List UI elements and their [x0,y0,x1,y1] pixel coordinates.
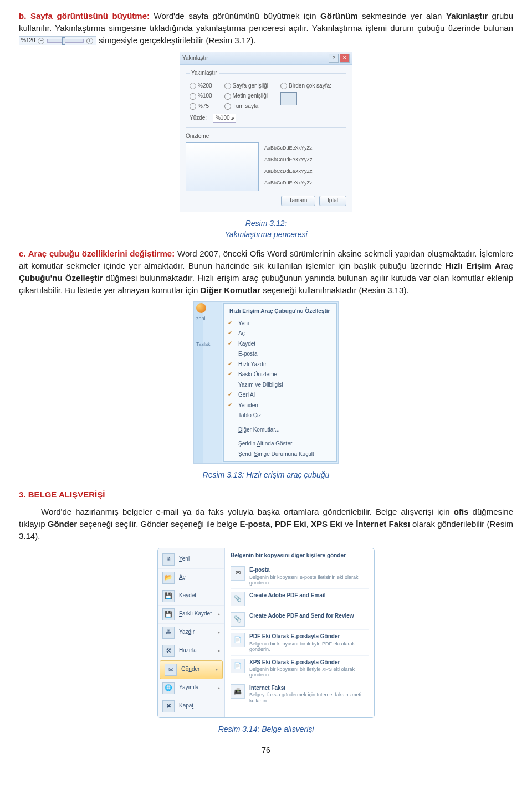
chevron-right-icon: ▸ [218,611,220,618]
mail-icon: ✉ [231,566,245,581]
office-menu-item: 🖶Yazdır▸ [158,624,224,642]
chevron-right-icon: ▸ [218,648,220,654]
office-menu-item: 🗎Yeni [158,551,224,569]
chevron-right-icon: ▸ [216,666,218,673]
radio-icon [224,83,231,89]
send-option: 📠Internet FaksıBelgeyi faksla göndermek … [231,681,369,706]
office-menu-item: 🛠Hazırla▸ [158,642,224,660]
check-icon: ✓ [228,391,232,399]
check-icon: ✓ [228,401,232,409]
office-menu-item-send: ✉Gönder▸ [160,660,223,679]
chevron-right-icon: ▸ [218,629,220,636]
figure-3-13: zeni Taslak Hızlı Erişim Araç Çubuğu'nu … [19,301,513,464]
qat-header: Hızlı Erişim Araç Çubuğu'nu Özelleştir [224,306,336,319]
office-menu-item: 📂Aç [158,569,224,587]
xps-icon: 📄 [231,659,245,673]
help-icon: ? [329,54,339,63]
radio-icon [190,83,196,89]
cancel-button: İptal [319,196,346,206]
send-option: 📄PDF Eki Olarak E-postayla GönderBelgeni… [231,629,369,655]
menu-item: Yazım ve Dilbilgisi [224,380,336,391]
check-icon: ✓ [228,370,232,378]
office-menu-item: 🌐Yayımla▸ [158,679,224,697]
para-c-lead: c. Araç çubuğu özelliklerini değiştirme: [19,249,175,258]
menu-item: ✓Yeniden [224,401,336,411]
zoom-inline-widget: %120 − + [19,36,96,45]
zoom-slider-icon [47,39,84,43]
pdf-mail-icon: 📎 [231,592,245,606]
prepare-icon: 🛠 [162,645,175,657]
publish-icon: 🌐 [162,682,175,694]
zoom-out-icon: − [38,38,44,44]
figure-3-12: Yakınlaştır ?✕ Yakınlaştır %200 %100 %75… [19,52,513,212]
office-menu-item: 💾Kaydet [158,587,224,606]
figure-3-14: 🗎Yeni 📂Aç 💾Kaydet 💾Farklı Kaydet▸ 🖶Yazdı… [19,548,513,718]
office-menu-item: ✖Kapat [158,697,224,715]
open-icon: 📂 [162,572,175,584]
menu-item: E-posta [224,349,336,360]
monitor-icon [280,92,297,105]
close-icon: ✕ [340,54,350,63]
preview-page-icon [186,142,259,191]
menu-item-minimize: Şeridi Simge Durumuna Küçült [224,449,336,460]
qat-menu: zeni Taslak Hızlı Erişim Araç Çubuğu'nu … [193,301,339,464]
menu-item-below: Şeridin Altında Göster [224,439,336,449]
menu-item: ✓Geri Al [224,390,336,401]
check-icon: ✓ [228,329,232,337]
radio-icon [224,103,231,110]
menu-item: ✓Baskı Önizleme [224,370,336,380]
menu-item: ✓Hızlı Yazdır [224,360,336,370]
office-menu-item: 💾Farklı Kaydet▸ [158,606,224,624]
send-icon: ✉ [165,664,177,676]
save-icon: 💾 [162,590,175,602]
send-menu: 🗎Yeni 📂Aç 💾Kaydet 💾Farklı Kaydet▸ 🖶Yazdı… [157,548,375,718]
saveas-icon: 💾 [162,608,175,620]
preview-text: AaBbCcDdEeXxYyZz AaBbCcDdEeXxYyZz AaBbCc… [264,142,313,191]
radio-icon [190,93,196,100]
ok-button: Tamam [281,196,316,206]
paragraph-3: Word'de hazırlanmış belgeler e-mail ya d… [19,506,513,542]
section-3-heading: 3. BELGE ALIŞVERİŞİ [19,489,513,501]
check-icon: ✓ [228,340,232,348]
page-number: 76 [19,745,513,756]
caption-3-12: Resim 3.12:Yakınlaştırma penceresi [19,218,513,240]
paragraph-c: c. Araç çubuğu özelliklerini değiştirme:… [19,248,513,296]
check-icon: ✓ [228,319,232,327]
radio-icon [224,93,231,100]
send-option: 📎Create Adobe PDF and Send for Review [231,609,369,629]
check-icon: ✓ [228,360,232,368]
print-icon: 🖶 [162,627,175,639]
para-b-lead: b. Sayfa görüntüsünü büyütme: [19,11,150,20]
zoom-dialog-titlebar: Yakınlaştır ?✕ [180,52,352,65]
pdf-icon: 📄 [231,633,245,647]
send-panel-header: Belgenin bir kopyasını diğer kişilere gö… [231,552,369,560]
fax-icon: 📠 [231,684,245,699]
menu-item: Tablo Çiz [224,411,336,421]
caption-3-14: Resim 3.14: Belge alışverişi [19,724,513,735]
chevron-right-icon: ▸ [218,685,220,691]
radio-icon [190,103,196,110]
new-icon: 🗎 [162,553,175,566]
percent-spinner: %100 [213,114,236,123]
zoom-dialog: Yakınlaştır ?✕ Yakınlaştır %200 %100 %75… [180,52,352,212]
menu-item-more: Diğer Komutlar... [224,425,336,435]
send-option: 📎Create Adobe PDF and Email [231,588,369,609]
menu-item: ✓Yeni [224,319,336,329]
menu-item: ✓Aç [224,329,336,339]
menu-item: ✓Kaydet [224,339,336,350]
zoom-in-icon: + [86,38,93,44]
send-option: ✉E-postaBelgenin bir kopyasını e-posta i… [231,563,369,588]
paragraph-b: b. Sayfa görüntüsünü büyütme: Word'de sa… [19,10,513,46]
caption-3-13: Resim 3.13: Hızlı erişim araç çubuğu [19,469,513,480]
radio-icon [280,83,287,89]
pdf-review-icon: 📎 [231,612,245,627]
close-doc-icon: ✖ [162,700,175,712]
send-option: 📄XPS Eki Olarak E-postayla GönderBelgeni… [231,655,369,681]
